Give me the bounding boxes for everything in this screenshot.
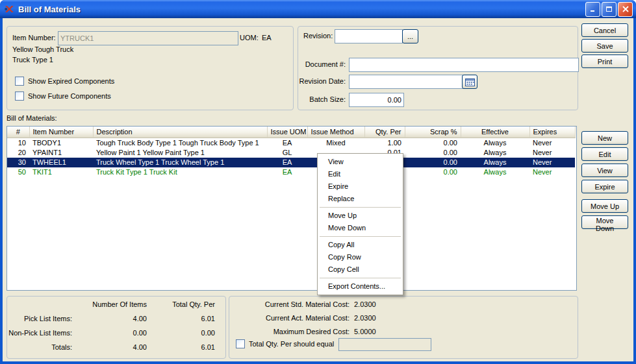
total-qty-equal-checkbox[interactable]: Total Qty. Per should equal bbox=[236, 339, 334, 348]
bill-of-materials-window: Bill of Materials Item Number: UOM: EA Y… bbox=[0, 0, 636, 364]
non-pick-list-items-qty: 0.00 bbox=[147, 329, 215, 339]
menu-item-replace[interactable]: Replace bbox=[318, 193, 403, 205]
menu-item-expire[interactable]: Expire bbox=[318, 180, 403, 193]
cell-description[interactable]: Truck Kit Type 1 Truck Kit bbox=[93, 167, 267, 177]
cell-issue-uom[interactable]: EA bbox=[267, 158, 307, 167]
std-material-cost-value: 2.0300 bbox=[354, 300, 376, 308]
bom-header-row: # Item Number Description Issue UOM Issu… bbox=[7, 127, 575, 138]
cell-item-number[interactable]: TKIT1 bbox=[29, 167, 93, 177]
window-controls bbox=[585, 2, 633, 17]
cell-expires[interactable]: Never bbox=[529, 148, 575, 158]
cell-num[interactable]: 10 bbox=[7, 138, 29, 149]
bom-grid[interactable]: # Item Number Description Issue UOM Issu… bbox=[6, 126, 577, 291]
edit-button[interactable]: Edit bbox=[581, 147, 628, 161]
view-button[interactable]: View bbox=[581, 164, 628, 177]
cost-panel: Current Std. Material Cost: 2.0300 Curre… bbox=[229, 296, 578, 359]
bom-row-50[interactable]: 50 TKIT1 Truck Kit Type 1 Truck Kit EA 1… bbox=[7, 167, 575, 177]
column-header-scrap-pct[interactable]: Scrap % bbox=[405, 127, 461, 138]
cell-expires[interactable]: Never bbox=[529, 138, 575, 149]
cell-item-number[interactable]: TWHEEL1 bbox=[29, 158, 93, 167]
checkbox-box-icon[interactable] bbox=[236, 339, 245, 348]
cell-num[interactable]: 50 bbox=[7, 167, 29, 177]
revision-label: Revision: bbox=[303, 32, 332, 40]
cell-expires[interactable]: Never bbox=[529, 158, 575, 167]
checkbox-box-icon[interactable] bbox=[15, 77, 24, 86]
column-header-expires[interactable]: Expires bbox=[529, 127, 575, 138]
cell-effective[interactable]: Always bbox=[461, 167, 529, 177]
cancel-button[interactable]: Cancel bbox=[581, 23, 628, 37]
menu-item-export-contents[interactable]: Export Contents... bbox=[318, 280, 403, 293]
cell-issue-uom[interactable]: EA bbox=[267, 138, 307, 149]
menu-item-view[interactable]: View bbox=[318, 156, 403, 168]
pick-list-items-count: 4.00 bbox=[72, 315, 147, 324]
cell-effective[interactable]: Always bbox=[461, 138, 529, 149]
document-number-label: Document #: bbox=[298, 60, 346, 69]
cell-issue-uom[interactable]: EA bbox=[267, 167, 307, 177]
menu-separator bbox=[320, 207, 401, 208]
column-header-description[interactable]: Description bbox=[93, 127, 267, 138]
bom-row-10[interactable]: 10 TBODY1 Tough Truck Body Type 1 Tough … bbox=[7, 138, 575, 149]
maximize-button[interactable] bbox=[602, 2, 617, 17]
revision-input[interactable] bbox=[335, 29, 403, 43]
menu-item-move-up[interactable]: Move Up bbox=[318, 210, 403, 222]
batch-size-input[interactable] bbox=[349, 93, 404, 107]
column-header-qty-per[interactable]: Qty. Per bbox=[364, 127, 405, 138]
menu-item-copy-cell[interactable]: Copy Cell bbox=[318, 263, 403, 276]
cell-num[interactable]: 20 bbox=[7, 148, 29, 158]
minimize-button[interactable] bbox=[585, 2, 600, 17]
cell-num[interactable]: 30 bbox=[7, 158, 29, 167]
move-down-button[interactable]: Move Down bbox=[581, 215, 628, 229]
cell-description[interactable]: Yellow Paint 1 Yellow Paint Type 1 bbox=[93, 148, 267, 158]
cell-item-number[interactable]: YPAINT1 bbox=[29, 148, 93, 158]
show-future-components-label: Show Future Components bbox=[28, 92, 111, 100]
cell-issue-uom[interactable]: GL bbox=[267, 148, 307, 158]
column-header-issue-uom[interactable]: Issue UOM bbox=[267, 127, 307, 138]
checkbox-box-icon[interactable] bbox=[15, 91, 24, 101]
window-title: Bill of Materials bbox=[18, 5, 585, 14]
calendar-icon[interactable] bbox=[462, 75, 477, 89]
max-desired-cost-value: 5.0000 bbox=[354, 328, 376, 335]
cell-qty-per[interactable]: 1.00 bbox=[364, 138, 405, 149]
close-button[interactable] bbox=[618, 2, 633, 17]
cell-effective[interactable]: Always bbox=[461, 148, 529, 158]
print-button[interactable]: Print bbox=[581, 55, 628, 68]
cell-item-number[interactable]: TBODY1 bbox=[29, 138, 93, 149]
cell-description[interactable]: Truck Wheel Type 1 Truck Wheel Type 1 bbox=[93, 158, 267, 167]
pick-list-items-label: Pick List Items: bbox=[8, 315, 72, 324]
show-expired-components-checkbox[interactable]: Show Expired Components bbox=[15, 77, 114, 86]
column-header-item-number[interactable]: Item Number bbox=[29, 127, 93, 138]
menu-item-copy-row[interactable]: Copy Row bbox=[318, 251, 403, 263]
bom-section-label: Bill of Materials: bbox=[6, 114, 57, 123]
client-area: Item Number: UOM: EA Yellow Tough Truck … bbox=[3, 18, 633, 361]
titlebar[interactable]: Bill of Materials bbox=[0, 0, 636, 18]
cell-issue-method[interactable]: Mixed bbox=[307, 138, 364, 149]
cell-effective[interactable]: Always bbox=[461, 158, 529, 167]
document-number-input[interactable] bbox=[349, 58, 579, 72]
non-pick-list-items-label: Non-Pick List Items: bbox=[8, 329, 72, 339]
revision-date-input[interactable] bbox=[349, 75, 465, 89]
show-future-components-checkbox[interactable]: Show Future Components bbox=[15, 91, 111, 101]
cell-scrap-pct[interactable]: 0.00 bbox=[405, 167, 461, 177]
bom-row-30-selected[interactable]: 30 TWHEEL1 Truck Wheel Type 1 Truck Whee… bbox=[7, 158, 575, 167]
cell-scrap-pct[interactable]: 0.00 bbox=[405, 148, 461, 158]
summary-spacer bbox=[8, 300, 72, 310]
revision-browse-button[interactable]: ... bbox=[402, 29, 418, 43]
menu-separator bbox=[320, 278, 401, 278]
bom-row-20[interactable]: 20 YPAINT1 Yellow Paint 1 Yellow Paint T… bbox=[7, 148, 575, 158]
cell-description[interactable]: Tough Truck Body Type 1 Tough Truck Body… bbox=[93, 138, 267, 149]
move-up-button[interactable]: Move Up bbox=[581, 199, 628, 213]
menu-item-move-down[interactable]: Move Down bbox=[318, 222, 403, 234]
column-header-num[interactable]: # bbox=[7, 127, 29, 138]
cell-expires[interactable]: Never bbox=[529, 167, 575, 177]
new-button[interactable]: New bbox=[581, 131, 628, 145]
summary-qty-header: Total Qty. Per bbox=[147, 300, 215, 310]
menu-item-edit[interactable]: Edit bbox=[318, 168, 403, 180]
menu-separator bbox=[320, 236, 401, 237]
column-header-effective[interactable]: Effective bbox=[461, 127, 529, 138]
expire-button[interactable]: Expire bbox=[581, 180, 628, 193]
cell-scrap-pct[interactable]: 0.00 bbox=[405, 138, 461, 149]
column-header-issue-method[interactable]: Issue Method bbox=[307, 127, 364, 138]
save-button[interactable]: Save bbox=[581, 39, 628, 53]
menu-item-copy-all[interactable]: Copy All bbox=[318, 239, 403, 251]
cell-scrap-pct[interactable]: 0.00 bbox=[405, 158, 461, 167]
